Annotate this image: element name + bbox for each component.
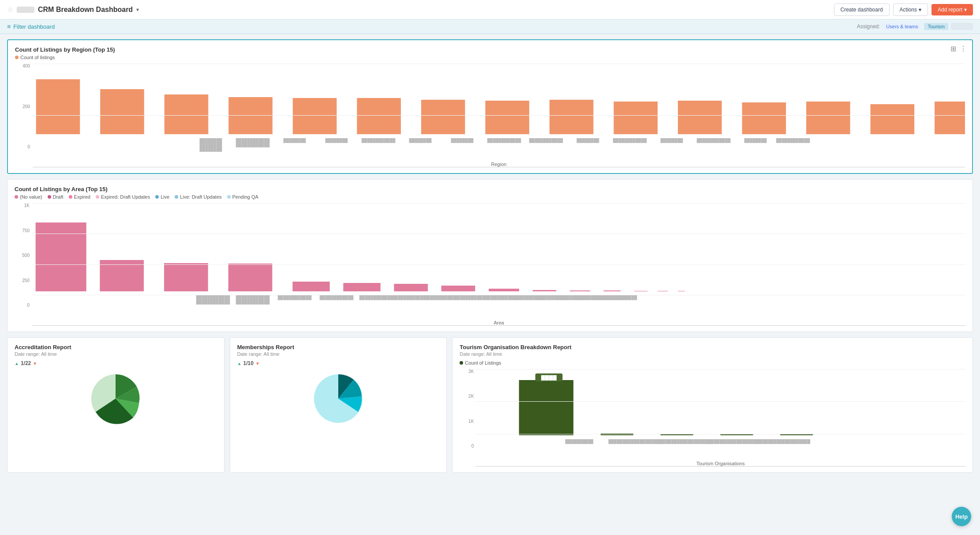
svg-rect-67: [519, 380, 573, 435]
chevron-down-icon: ▾: [964, 7, 967, 13]
svg-rect-13: [871, 104, 915, 134]
header: ☆ CRM Breakdown Dashboard ▾ Create dashb…: [0, 0, 980, 19]
legend-item: Count of listings: [15, 55, 55, 60]
chart-table-icon[interactable]: ⊞: [950, 45, 956, 53]
svg-text:████████████: ████████████: [603, 295, 637, 300]
grid-line: [475, 434, 965, 434]
svg-text:████████████: ████████████: [320, 295, 354, 300]
x-axis-label-tourism: Tourism Organisations: [475, 461, 965, 466]
svg-rect-12: [806, 102, 850, 134]
svg-rect-11: [742, 102, 786, 134]
x-labels2-svg: ████████████ ████████████ ████████████ █…: [32, 294, 965, 318]
svg-text:████████: ████████: [199, 147, 222, 152]
tourism-chart-inner: ████ ██████████ ████████████████████ ███…: [475, 369, 965, 466]
svg-text:████████████: ████████████: [776, 138, 810, 143]
accreditation-card: Accreditation Report Date range: All tim…: [7, 337, 224, 473]
svg-text:████████████: ████████████: [278, 295, 312, 300]
svg-rect-6: [421, 100, 465, 134]
chevron-down-icon[interactable]: ▾: [136, 7, 139, 13]
legend-dot: [175, 195, 178, 199]
tourism-title: Tourism Organisation Breakdown Report: [460, 344, 965, 350]
legend-dot: [96, 195, 99, 199]
grid-line: [475, 401, 965, 402]
svg-rect-8: [550, 100, 594, 134]
star-icon[interactable]: ☆: [7, 5, 13, 14]
users-teams-tag[interactable]: Users & teams: [883, 23, 921, 30]
dashboard-title: CRM Breakdown Dashboard: [38, 6, 133, 14]
add-report-button[interactable]: Add report ▾: [931, 4, 973, 15]
svg-rect-41: [489, 289, 519, 291]
chart1-legend: Count of listings: [15, 55, 965, 60]
svg-rect-37: [292, 282, 329, 291]
chart1-area: 400 200 0: [15, 64, 965, 167]
y-tick: 1K: [24, 203, 30, 208]
grid-line: [475, 369, 965, 369]
legend-dot: [460, 361, 463, 365]
accreditation-pie: [15, 370, 217, 427]
next-arrow[interactable]: ▼: [255, 361, 260, 366]
tourism-tag[interactable]: Tourism: [924, 23, 948, 30]
accreditation-title: Accreditation Report: [15, 344, 217, 350]
grid-line: [32, 264, 965, 265]
main-content: ⊞ ⋮ Count of Listings by Region (Top 15)…: [0, 34, 980, 478]
svg-rect-34: [100, 260, 144, 291]
memberships-title: Memberships Report: [237, 344, 440, 350]
svg-text:████████████: ████████████: [487, 138, 521, 143]
svg-text:████████████: ████████████: [613, 138, 647, 143]
bottom-row: Accreditation Report Date range: All tim…: [7, 337, 973, 473]
filter-icon: ≡: [7, 23, 11, 30]
y-tick: 250: [22, 278, 30, 283]
create-dashboard-button[interactable]: Create dashboard: [834, 4, 890, 16]
grid-line: [32, 325, 965, 326]
x-axis-label: Region: [33, 162, 965, 167]
chart2-svg: [32, 203, 965, 291]
chevron-down-icon: ▾: [919, 7, 921, 13]
svg-text:████████: ████████: [660, 138, 683, 143]
tourism-card: Tourism Organisation Breakdown Report Da…: [452, 337, 973, 473]
tag-extra: [951, 23, 973, 30]
y-tick: 400: [22, 64, 30, 68]
chart-more-icon[interactable]: ⋮: [960, 45, 967, 53]
prev-arrow[interactable]: ▲: [15, 361, 19, 366]
tourism-chart-area: 3K 2K 1K 0: [460, 369, 965, 466]
grid-line: [33, 64, 965, 64]
accreditation-pie-svg: [87, 370, 144, 427]
svg-rect-7: [485, 101, 529, 134]
svg-text:████████████: ████████████: [236, 142, 270, 147]
legend-dot: [15, 56, 19, 59]
svg-rect-3: [228, 97, 273, 134]
memberships-pie-svg: [310, 370, 367, 427]
tourism-legend: Count of Listings: [460, 360, 965, 365]
svg-rect-44: [604, 290, 621, 291]
grid-line: [33, 115, 965, 116]
grid-line: [32, 234, 965, 234]
svg-text:████████████████████: ████████████████████: [657, 439, 714, 444]
svg-text:████████████: ████████████: [425, 295, 459, 300]
brand-logo: [17, 7, 34, 13]
legend-dot: [48, 195, 51, 199]
memberships-pie: [237, 370, 440, 427]
svg-rect-43: [570, 290, 590, 291]
grid-line: [33, 167, 965, 167]
actions-button[interactable]: Actions ▾: [893, 4, 928, 16]
svg-rect-1: [100, 89, 144, 134]
svg-text:████████████: ████████████: [454, 295, 488, 300]
svg-text:████████: ████████: [325, 138, 348, 143]
legend-dot: [227, 195, 231, 199]
prev-arrow[interactable]: ▲: [237, 361, 242, 366]
svg-text:████████████████████: ████████████████████: [609, 439, 665, 444]
next-arrow[interactable]: ▼: [33, 361, 37, 366]
svg-text:████████████████████: ████████████████████: [754, 439, 811, 444]
svg-rect-33: [36, 222, 86, 291]
accreditation-nav: ▲ 1/22 ▼: [15, 360, 217, 366]
svg-rect-9: [613, 102, 658, 134]
svg-rect-47: [678, 291, 685, 291]
svg-rect-0: [36, 79, 80, 135]
filter-dashboard-link[interactable]: ≡ Filter dashboard: [7, 23, 55, 30]
svg-rect-39: [394, 284, 428, 291]
y-tick: 3K: [468, 369, 474, 374]
grid-line: [475, 466, 965, 467]
chart1-svg: [33, 64, 965, 134]
chart1-inner: ████████ ████████ ████████ ████████████ …: [33, 64, 965, 167]
svg-text:████████████: ████████████: [362, 138, 396, 143]
